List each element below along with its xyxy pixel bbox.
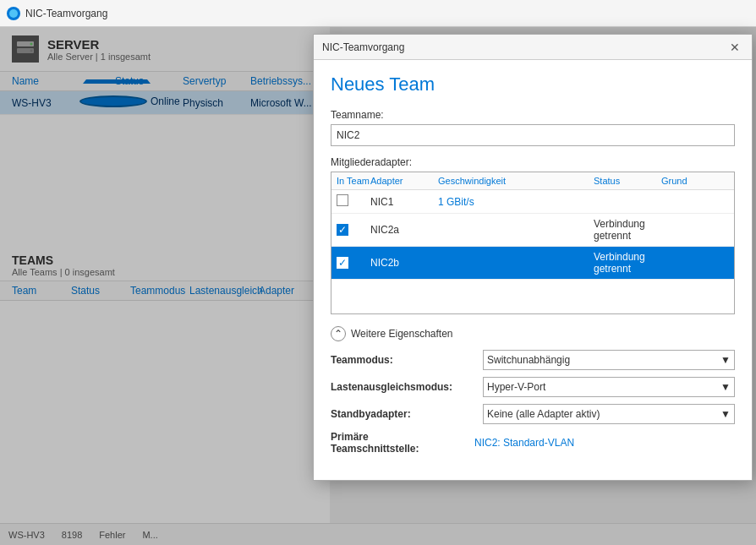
lastenausgleich-select[interactable]: Hyper-V-Port ▼: [483, 377, 735, 397]
teamname-label: Teamname:: [331, 109, 735, 121]
members-label: Mitgliederadapter:: [331, 156, 735, 168]
member-row-nic1[interactable]: NIC1 1 GBit/s: [331, 190, 734, 214]
member-col-adapter: Adapter: [370, 176, 438, 186]
expand-icon: ⌃: [331, 326, 346, 341]
lastenausgleich-row: Lastenausgleichsmodus: Hyper-V-Port ▼: [331, 377, 735, 397]
lastenausgleich-value: Hyper-V-Port: [487, 381, 545, 393]
further-properties: ⌃ Weitere Eigenschaften Teammodus: Switc…: [331, 326, 735, 455]
teammodus-row: Teammodus: Switchunabhängig ▼: [331, 350, 735, 370]
nic1-name: NIC1: [370, 196, 438, 208]
lastenausgleich-arrow: ▼: [720, 381, 731, 393]
title-bar-text: NIC-Teamvorgang: [25, 8, 107, 19]
members-group: Mitgliederadapter: In Team Adapter Gesch…: [331, 156, 735, 314]
dialog-close-button[interactable]: ✕: [726, 39, 743, 56]
nic-teamvorgang-dialog: NIC-Teamvorgang ✕ Neues Team Teamname: M…: [313, 34, 753, 481]
nic2a-checkbox[interactable]: ✓: [337, 224, 370, 236]
dialog-heading: Neues Team: [331, 74, 735, 95]
nic1-checkbox[interactable]: [337, 194, 370, 209]
teammodus-value: Switchunabhängig: [487, 354, 570, 366]
member-row-nic2a[interactable]: ✓ NIC2a Verbindung getrennt: [331, 214, 734, 247]
dialog-title-bar: NIC-Teamvorgang ✕: [314, 35, 752, 60]
standby-label: Standbyadapter:: [331, 408, 474, 420]
teammodus-label: Teammodus:: [331, 354, 474, 366]
members-table: In Team Adapter Geschwindigkeit Status G…: [331, 172, 735, 314]
nic2b-name: NIC2b: [370, 257, 438, 269]
nic2b-status: Verbindung getrennt: [594, 251, 661, 275]
lastenausgleich-label: Lastenausgleichsmodus:: [331, 381, 474, 393]
svg-point-0: [9, 9, 18, 18]
teamname-group: Teamname:: [331, 109, 735, 146]
member-row-nic2b[interactable]: ✓ NIC2b Verbindung getrennt: [331, 247, 734, 280]
nic2b-checkbox[interactable]: ✓: [337, 257, 370, 269]
further-props-label: Weitere Eigenschaften: [351, 328, 453, 340]
member-col-reason: Grund: [661, 176, 729, 186]
teamname-input[interactable]: [331, 124, 735, 146]
standby-arrow: ▼: [720, 408, 731, 420]
further-props-header[interactable]: ⌃ Weitere Eigenschaften: [331, 326, 735, 341]
teammodus-arrow: ▼: [720, 354, 731, 366]
standby-value: Keine (alle Adapter aktiv): [487, 408, 600, 420]
member-col-inteam: In Team: [337, 176, 370, 186]
primary-team-row: PrimäreTeamschnittstelle: NIC2: Standard…: [331, 431, 735, 455]
primary-team-link[interactable]: NIC2: Standard-VLAN: [474, 437, 574, 449]
member-col-speed: Geschwindigkeit: [438, 176, 594, 186]
dialog-body: Neues Team Teamname: Mitgliederadapter: …: [314, 60, 752, 480]
app-icon: [7, 7, 20, 20]
nic1-speed: 1 GBit/s: [438, 196, 594, 208]
dialog-title-text: NIC-Teamvorgang: [322, 41, 404, 53]
teammodus-select[interactable]: Switchunabhängig ▼: [483, 350, 735, 370]
standby-select[interactable]: Keine (alle Adapter aktiv) ▼: [483, 404, 735, 424]
primary-team-label: PrimäreTeamschnittstelle:: [331, 431, 474, 455]
member-col-status: Status: [594, 176, 661, 186]
title-bar: NIC-Teamvorgang: [0, 0, 756, 27]
standby-row: Standbyadapter: Keine (alle Adapter akti…: [331, 404, 735, 424]
members-table-header: In Team Adapter Geschwindigkeit Status G…: [331, 172, 734, 190]
member-table-empty: [331, 280, 734, 313]
nic2a-status: Verbindung getrennt: [594, 218, 661, 242]
nic2a-name: NIC2a: [370, 224, 438, 236]
